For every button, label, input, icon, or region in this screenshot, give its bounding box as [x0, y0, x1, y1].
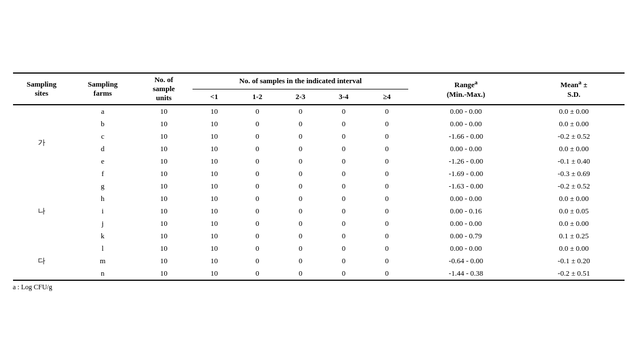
farm-cell: m: [70, 255, 135, 267]
lt1-cell: 10: [193, 267, 236, 280]
c23-cell: 0: [279, 105, 322, 118]
range-cell: 0.00 - 0.00: [408, 118, 523, 130]
n-cell: 10: [135, 205, 193, 217]
c23-cell: 0: [279, 143, 322, 155]
range-cell: -0.64 - 0.00: [408, 255, 523, 267]
table-wrapper: Samplingsites Samplingfarms No. ofsample…: [13, 72, 625, 292]
c23-cell: 0: [279, 180, 322, 192]
range-cell: -1.63 - 0.00: [408, 180, 523, 192]
ge4-cell: 0: [365, 192, 408, 205]
table-row: n10100000-1.44 - 0.38-0.2 ± 0.51: [13, 267, 625, 280]
table-row: k101000000.00 - 0.790.1 ± 0.25: [13, 230, 625, 242]
mean-cell: -0.1 ± 0.40: [524, 155, 625, 168]
n-cell: 10: [135, 105, 193, 118]
mean-cell: 0.0 ± 0.05: [524, 205, 625, 217]
c12-cell: 0: [236, 255, 279, 267]
c12-cell: 0: [236, 105, 279, 118]
c23-cell: 0: [279, 230, 322, 242]
farm-cell: c: [70, 130, 135, 143]
c34-cell: 0: [322, 155, 365, 168]
c12-cell: 0: [236, 230, 279, 242]
n-cell: 10: [135, 118, 193, 130]
range-cell: 0.00 - 0.00: [408, 105, 523, 118]
ge4-cell: 0: [365, 242, 408, 255]
range-cell: -1.44 - 0.38: [408, 267, 523, 280]
c12-cell: 0: [236, 192, 279, 205]
mean-cell: 0.1 ± 0.25: [524, 230, 625, 242]
lt1-cell: 10: [193, 180, 236, 192]
col-sampling-farms: Samplingfarms: [70, 73, 135, 105]
farm-cell: b: [70, 118, 135, 130]
c12-cell: 0: [236, 130, 279, 143]
n-cell: 10: [135, 267, 193, 280]
col-no-sample-units: No. ofsampleunits: [135, 73, 193, 105]
farm-cell: d: [70, 143, 135, 155]
c34-cell: 0: [322, 143, 365, 155]
range-cell: 0.00 - 0.00: [408, 217, 523, 230]
lt1-cell: 10: [193, 143, 236, 155]
n-cell: 10: [135, 155, 193, 168]
mean-cell: 0.0 ± 0.00: [524, 105, 625, 118]
range-cell: -1.69 - 0.00: [408, 168, 523, 180]
mean-cell: 0.0 ± 0.00: [524, 118, 625, 130]
c12-cell: 0: [236, 217, 279, 230]
table-row: i101000000.00 - 0.160.0 ± 0.05: [13, 205, 625, 217]
site-cell: 다: [13, 242, 71, 280]
table-row: e10100000-1.26 - 0.00-0.1 ± 0.40: [13, 155, 625, 168]
range-cell: 0.00 - 0.00: [408, 192, 523, 205]
ge4-cell: 0: [365, 267, 408, 280]
mean-cell: -0.3 ± 0.69: [524, 168, 625, 180]
range-cell: 0.00 - 0.00: [408, 143, 523, 155]
farm-cell: j: [70, 217, 135, 230]
col-23: 2-3: [279, 89, 322, 105]
c23-cell: 0: [279, 192, 322, 205]
c34-cell: 0: [322, 255, 365, 267]
c34-cell: 0: [322, 230, 365, 242]
data-table: Samplingsites Samplingfarms No. ofsample…: [13, 72, 625, 281]
ge4-cell: 0: [365, 155, 408, 168]
farm-cell: i: [70, 205, 135, 217]
farm-cell: f: [70, 168, 135, 180]
n-cell: 10: [135, 180, 193, 192]
mean-cell: 0.0 ± 0.00: [524, 242, 625, 255]
ge4-cell: 0: [365, 105, 408, 118]
table-row: b101000000.00 - 0.000.0 ± 0.00: [13, 118, 625, 130]
c34-cell: 0: [322, 217, 365, 230]
c23-cell: 0: [279, 130, 322, 143]
range-cell: 0.00 - 0.00: [408, 242, 523, 255]
c34-cell: 0: [322, 267, 365, 280]
mean-cell: -0.2 ± 0.52: [524, 130, 625, 143]
ge4-cell: 0: [365, 255, 408, 267]
farm-cell: h: [70, 192, 135, 205]
lt1-cell: 10: [193, 168, 236, 180]
c12-cell: 0: [236, 267, 279, 280]
farm-cell: n: [70, 267, 135, 280]
lt1-cell: 10: [193, 205, 236, 217]
ge4-cell: 0: [365, 143, 408, 155]
col-34: 3-4: [322, 89, 365, 105]
table-row: 다l101000000.00 - 0.000.0 ± 0.00: [13, 242, 625, 255]
lt1-cell: 10: [193, 230, 236, 242]
n-cell: 10: [135, 255, 193, 267]
c34-cell: 0: [322, 180, 365, 192]
mean-cell: 0.0 ± 0.00: [524, 192, 625, 205]
range-cell: -1.66 - 0.00: [408, 130, 523, 143]
c12-cell: 0: [236, 155, 279, 168]
c23-cell: 0: [279, 118, 322, 130]
ge4-cell: 0: [365, 180, 408, 192]
ge4-cell: 0: [365, 217, 408, 230]
lt1-cell: 10: [193, 105, 236, 118]
col-lt1: <1: [193, 89, 236, 105]
ge4-cell: 0: [365, 205, 408, 217]
mean-cell: -0.1 ± 0.20: [524, 255, 625, 267]
c12-cell: 0: [236, 118, 279, 130]
c23-cell: 0: [279, 267, 322, 280]
mean-cell: -0.2 ± 0.51: [524, 267, 625, 280]
c23-cell: 0: [279, 255, 322, 267]
col-ge4: ≥4: [365, 89, 408, 105]
farm-cell: e: [70, 155, 135, 168]
range-cell: -1.26 - 0.00: [408, 155, 523, 168]
table-row: m10100000-0.64 - 0.00-0.1 ± 0.20: [13, 255, 625, 267]
col-mean: Meana ±S.D.: [524, 73, 625, 105]
farm-cell: g: [70, 180, 135, 192]
